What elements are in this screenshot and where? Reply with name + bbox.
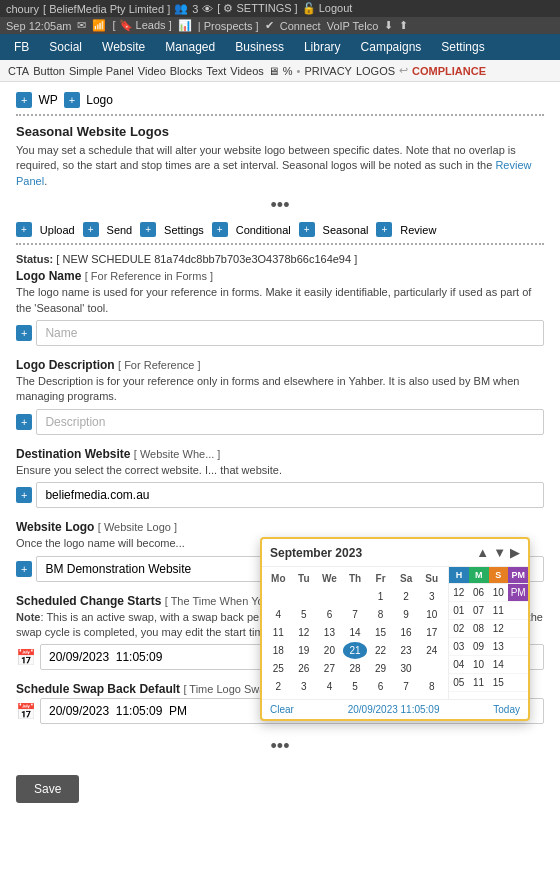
time-cell[interactable]: 04 <box>449 656 469 673</box>
logo-plus-button[interactable]: + <box>64 92 80 108</box>
cal-day[interactable]: 2 <box>266 678 291 695</box>
cal-day[interactable]: 16 <box>394 624 419 641</box>
time-cell[interactable]: 05 <box>449 674 469 691</box>
time-cell[interactable]: 10 <box>489 584 509 601</box>
subnav-video[interactable]: Video <box>138 65 166 77</box>
website-logo-add-btn[interactable]: + <box>16 561 32 577</box>
seasonal-btn[interactable]: + <box>299 222 315 237</box>
nav-fb[interactable]: FB <box>4 34 39 60</box>
cal-day[interactable]: 23 <box>394 642 419 659</box>
subnav-cta[interactable]: CTA <box>8 65 29 77</box>
cal-clear-btn[interactable]: Clear <box>270 704 294 715</box>
cal-day[interactable]: 17 <box>419 624 444 641</box>
time-cell[interactable]: PM <box>508 584 528 601</box>
time-cell[interactable]: 11 <box>469 674 489 691</box>
cal-day[interactable]: 19 <box>292 642 317 659</box>
cal-day[interactable]: 7 <box>394 678 419 695</box>
review-panel-link[interactable]: Review Panel <box>16 159 531 186</box>
send-btn[interactable]: + <box>83 222 99 237</box>
time-cell[interactable]: 14 <box>489 656 509 673</box>
cal-day[interactable]: 8 <box>368 606 393 623</box>
nav-business[interactable]: Business <box>225 34 294 60</box>
time-cell[interactable] <box>508 656 528 673</box>
subnav-text[interactable]: Text <box>206 65 226 77</box>
cal-day[interactable]: 22 <box>368 642 393 659</box>
cal-down-arrow[interactable]: ▼ <box>493 545 506 560</box>
wp-plus-button[interactable]: + <box>16 92 32 108</box>
cal-day[interactable]: 15 <box>368 624 393 641</box>
time-cell[interactable] <box>508 638 528 655</box>
time-cell[interactable] <box>508 602 528 619</box>
cal-day[interactable]: 30 <box>394 660 419 677</box>
logo-name-add-btn[interactable]: + <box>16 325 32 341</box>
logo-desc-input[interactable] <box>36 409 544 435</box>
dest-website-input[interactable] <box>36 482 544 508</box>
conditional-btn[interactable]: + <box>212 222 228 237</box>
cal-day[interactable]: 14 <box>343 624 368 641</box>
nav-social[interactable]: Social <box>39 34 92 60</box>
time-cell[interactable] <box>508 674 528 691</box>
review-btn[interactable]: + <box>376 222 392 237</box>
time-cell[interactable]: 03 <box>449 638 469 655</box>
subnav-blocks[interactable]: Blocks <box>170 65 202 77</box>
cal-day[interactable]: 3 <box>292 678 317 695</box>
cal-day[interactable]: 20 <box>317 642 342 659</box>
nav-website[interactable]: Website <box>92 34 155 60</box>
time-cell[interactable]: 12 <box>449 584 469 601</box>
nav-managed[interactable]: Managed <box>155 34 225 60</box>
time-cell[interactable]: 06 <box>469 584 489 601</box>
nav-settings[interactable]: Settings <box>431 34 494 60</box>
cal-today-btn[interactable]: Today <box>493 704 520 715</box>
logout-link[interactable]: 🔓 Logout <box>302 2 353 15</box>
subnav-simple-panel[interactable]: Simple Panel <box>69 65 134 77</box>
time-cell[interactable]: 10 <box>469 656 489 673</box>
time-cell[interactable]: 07 <box>469 602 489 619</box>
cal-next-arrow[interactable]: ▶ <box>510 545 520 560</box>
time-cell[interactable]: 08 <box>469 620 489 637</box>
cal-day[interactable]: 6 <box>317 606 342 623</box>
cal-day[interactable]: 10 <box>419 606 444 623</box>
cal-day[interactable]: 21 <box>343 642 368 659</box>
cal-day[interactable]: 2 <box>394 588 419 605</box>
cal-day[interactable]: 8 <box>419 678 444 695</box>
subnav-videos[interactable]: Videos <box>230 65 263 77</box>
cal-day[interactable]: 28 <box>343 660 368 677</box>
logo-name-input[interactable] <box>36 320 544 346</box>
prospects-link[interactable]: | Prospects ] <box>198 20 259 32</box>
time-cell[interactable]: 13 <box>489 638 509 655</box>
time-cell[interactable]: 01 <box>449 602 469 619</box>
subnav-privacy[interactable]: PRIVACY <box>304 65 351 77</box>
subnav-button[interactable]: Button <box>33 65 65 77</box>
connect-link[interactable]: Connect <box>280 20 321 32</box>
cal-day[interactable]: 26 <box>292 660 317 677</box>
time-cell[interactable] <box>508 620 528 637</box>
subnav-compliance[interactable]: COMPLIANCE <box>412 65 486 77</box>
time-cell[interactable]: 09 <box>469 638 489 655</box>
cal-day[interactable]: 5 <box>343 678 368 695</box>
leads-link[interactable]: [ 🔖 Leads ] <box>112 19 171 32</box>
upload-btn[interactable]: + <box>16 222 32 237</box>
cal-day[interactable]: 9 <box>394 606 419 623</box>
dest-website-add-btn[interactable]: + <box>16 487 32 503</box>
cal-day[interactable]: 13 <box>317 624 342 641</box>
cal-day[interactable]: 6 <box>368 678 393 695</box>
cal-day[interactable]: 27 <box>317 660 342 677</box>
settings-link[interactable]: [ ⚙ SETTINGS ] <box>217 2 297 15</box>
cal-day[interactable]: 3 <box>419 588 444 605</box>
cal-day[interactable]: 11 <box>266 624 291 641</box>
save-button[interactable]: Save <box>16 775 79 803</box>
cal-day[interactable]: 1 <box>368 588 393 605</box>
nav-campaigns[interactable]: Campaigns <box>351 34 432 60</box>
subnav-logos[interactable]: LOGOS <box>356 65 395 77</box>
logo-desc-add-btn[interactable]: + <box>16 414 32 430</box>
cal-day[interactable]: 4 <box>317 678 342 695</box>
cal-day[interactable]: 4 <box>266 606 291 623</box>
nav-library[interactable]: Library <box>294 34 351 60</box>
cal-day[interactable]: 24 <box>419 642 444 659</box>
time-cell[interactable]: 11 <box>489 602 509 619</box>
cal-day[interactable]: 29 <box>368 660 393 677</box>
time-cell[interactable]: 02 <box>449 620 469 637</box>
cal-day[interactable]: 12 <box>292 624 317 641</box>
time-cell[interactable]: 15 <box>489 674 509 691</box>
time-cell[interactable]: 12 <box>489 620 509 637</box>
